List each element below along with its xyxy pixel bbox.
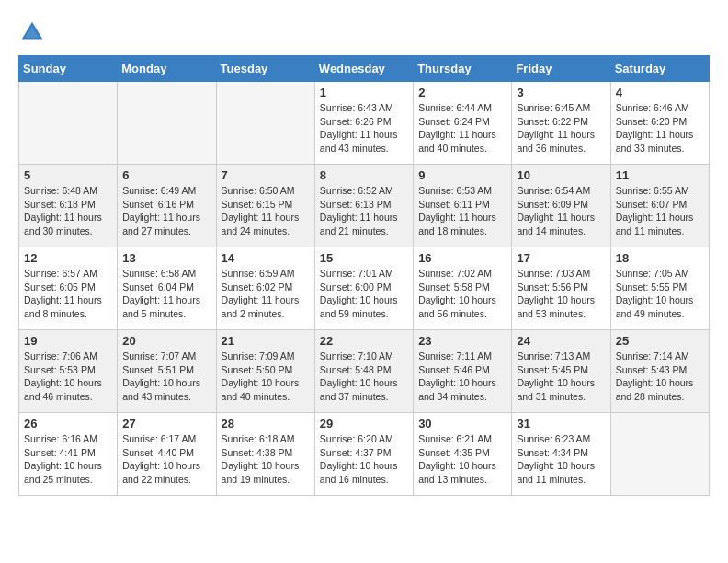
day-number: 25 xyxy=(616,334,704,348)
weekday-header-thursday: Thursday xyxy=(414,56,512,82)
calendar-day-cell xyxy=(118,82,216,165)
calendar-day-cell: 5Sunrise: 6:48 AM Sunset: 6:18 PM Daylig… xyxy=(19,165,118,247)
weekday-header-friday: Friday xyxy=(512,56,610,82)
day-number: 20 xyxy=(122,334,210,348)
day-info: Sunrise: 6:48 AM Sunset: 6:18 PM Dayligh… xyxy=(24,184,112,238)
weekday-header-sunday: Sunday xyxy=(19,56,118,82)
day-number: 11 xyxy=(616,168,704,182)
calendar-day-cell: 12Sunrise: 6:57 AM Sunset: 6:05 PM Dayli… xyxy=(19,247,118,330)
day-number: 26 xyxy=(24,417,112,431)
day-number: 1 xyxy=(320,86,408,99)
day-info: Sunrise: 6:57 AM Sunset: 6:05 PM Dayligh… xyxy=(24,267,112,321)
day-number: 17 xyxy=(517,251,605,265)
day-number: 23 xyxy=(418,334,506,348)
day-number: 28 xyxy=(222,417,310,431)
day-info: Sunrise: 6:21 AM Sunset: 4:35 PM Dayligh… xyxy=(418,432,506,487)
weekday-header-wednesday: Wednesday xyxy=(314,56,413,82)
day-info: Sunrise: 7:14 AM Sunset: 5:43 PM Dayligh… xyxy=(616,350,704,404)
day-info: Sunrise: 7:03 AM Sunset: 5:56 PM Dayligh… xyxy=(517,267,605,321)
calendar-day-cell: 6Sunrise: 6:49 AM Sunset: 6:16 PM Daylig… xyxy=(118,165,216,247)
day-number: 12 xyxy=(24,251,112,265)
weekday-header-row: SundayMondayTuesdayWednesdayThursdayFrid… xyxy=(19,56,710,82)
day-number: 22 xyxy=(320,334,408,348)
calendar-day-cell: 3Sunrise: 6:45 AM Sunset: 6:22 PM Daylig… xyxy=(512,82,610,165)
day-info: Sunrise: 7:09 AM Sunset: 5:50 PM Dayligh… xyxy=(222,350,310,404)
day-number: 21 xyxy=(222,334,310,348)
calendar-week-row: 1Sunrise: 6:43 AM Sunset: 6:26 PM Daylig… xyxy=(19,82,710,165)
day-info: Sunrise: 7:02 AM Sunset: 5:58 PM Dayligh… xyxy=(418,267,506,321)
calendar-day-cell: 9Sunrise: 6:53 AM Sunset: 6:11 PM Daylig… xyxy=(414,165,512,247)
day-number: 7 xyxy=(222,168,310,182)
day-info: Sunrise: 6:43 AM Sunset: 6:26 PM Dayligh… xyxy=(320,101,408,155)
day-info: Sunrise: 6:46 AM Sunset: 6:20 PM Dayligh… xyxy=(616,101,704,155)
day-info: Sunrise: 6:23 AM Sunset: 4:34 PM Dayligh… xyxy=(517,432,605,487)
day-number: 9 xyxy=(418,168,506,182)
calendar-day-cell: 16Sunrise: 7:02 AM Sunset: 5:58 PM Dayli… xyxy=(414,247,512,330)
day-number: 29 xyxy=(320,417,408,431)
day-number: 10 xyxy=(517,168,605,182)
day-info: Sunrise: 6:18 AM Sunset: 4:38 PM Dayligh… xyxy=(222,432,310,487)
calendar-day-cell: 29Sunrise: 6:20 AM Sunset: 4:37 PM Dayli… xyxy=(314,413,413,496)
day-number: 19 xyxy=(24,334,112,348)
day-number: 14 xyxy=(222,251,310,265)
day-number: 31 xyxy=(517,417,605,431)
calendar-day-cell: 27Sunrise: 6:17 AM Sunset: 4:40 PM Dayli… xyxy=(118,413,216,496)
day-number: 27 xyxy=(122,417,210,431)
day-info: Sunrise: 7:06 AM Sunset: 5:53 PM Dayligh… xyxy=(24,350,112,404)
day-info: Sunrise: 6:55 AM Sunset: 6:07 PM Dayligh… xyxy=(616,184,704,238)
calendar-day-cell xyxy=(216,82,314,165)
calendar-day-cell: 25Sunrise: 7:14 AM Sunset: 5:43 PM Dayli… xyxy=(610,330,709,413)
weekday-header-monday: Monday xyxy=(118,56,216,82)
calendar-day-cell: 17Sunrise: 7:03 AM Sunset: 5:56 PM Dayli… xyxy=(512,247,610,330)
calendar-day-cell: 2Sunrise: 6:44 AM Sunset: 6:24 PM Daylig… xyxy=(414,82,512,165)
day-number: 5 xyxy=(24,168,112,182)
day-info: Sunrise: 6:20 AM Sunset: 4:37 PM Dayligh… xyxy=(320,432,408,487)
calendar-day-cell: 1Sunrise: 6:43 AM Sunset: 6:26 PM Daylig… xyxy=(314,82,413,165)
day-info: Sunrise: 6:49 AM Sunset: 6:16 PM Dayligh… xyxy=(122,184,210,238)
day-info: Sunrise: 6:54 AM Sunset: 6:09 PM Dayligh… xyxy=(517,184,605,238)
day-info: Sunrise: 7:13 AM Sunset: 5:45 PM Dayligh… xyxy=(517,350,605,404)
calendar-day-cell: 19Sunrise: 7:06 AM Sunset: 5:53 PM Dayli… xyxy=(19,330,118,413)
calendar-day-cell: 26Sunrise: 6:16 AM Sunset: 4:41 PM Dayli… xyxy=(19,413,118,496)
day-number: 18 xyxy=(616,251,704,265)
day-number: 15 xyxy=(320,251,408,265)
calendar-week-row: 5Sunrise: 6:48 AM Sunset: 6:18 PM Daylig… xyxy=(19,165,710,247)
day-info: Sunrise: 6:53 AM Sunset: 6:11 PM Dayligh… xyxy=(418,184,506,238)
day-info: Sunrise: 6:45 AM Sunset: 6:22 PM Dayligh… xyxy=(517,101,605,155)
calendar-day-cell: 30Sunrise: 6:21 AM Sunset: 4:35 PM Dayli… xyxy=(414,413,512,496)
day-number: 3 xyxy=(517,86,605,99)
calendar-day-cell: 15Sunrise: 7:01 AM Sunset: 6:00 PM Dayli… xyxy=(314,247,413,330)
day-info: Sunrise: 6:17 AM Sunset: 4:40 PM Dayligh… xyxy=(122,432,210,487)
day-info: Sunrise: 6:16 AM Sunset: 4:41 PM Dayligh… xyxy=(24,432,112,487)
day-info: Sunrise: 7:10 AM Sunset: 5:48 PM Dayligh… xyxy=(320,350,408,404)
logo xyxy=(18,18,50,46)
calendar-day-cell: 28Sunrise: 6:18 AM Sunset: 4:38 PM Dayli… xyxy=(216,413,314,496)
day-info: Sunrise: 7:01 AM Sunset: 6:00 PM Dayligh… xyxy=(320,267,408,321)
calendar-day-cell: 20Sunrise: 7:07 AM Sunset: 5:51 PM Dayli… xyxy=(118,330,216,413)
calendar-day-cell: 13Sunrise: 6:58 AM Sunset: 6:04 PM Dayli… xyxy=(118,247,216,330)
day-number: 24 xyxy=(517,334,605,348)
day-number: 13 xyxy=(122,251,210,265)
day-info: Sunrise: 7:07 AM Sunset: 5:51 PM Dayligh… xyxy=(122,350,210,404)
day-info: Sunrise: 6:44 AM Sunset: 6:24 PM Dayligh… xyxy=(418,101,506,155)
day-number: 30 xyxy=(418,417,506,431)
day-number: 2 xyxy=(418,86,506,99)
calendar-week-row: 19Sunrise: 7:06 AM Sunset: 5:53 PM Dayli… xyxy=(19,330,710,413)
calendar-day-cell xyxy=(19,82,118,165)
day-info: Sunrise: 7:05 AM Sunset: 5:55 PM Dayligh… xyxy=(616,267,704,321)
logo-icon xyxy=(18,18,46,46)
calendar-day-cell: 11Sunrise: 6:55 AM Sunset: 6:07 PM Dayli… xyxy=(610,165,709,247)
day-info: Sunrise: 6:59 AM Sunset: 6:02 PM Dayligh… xyxy=(222,267,310,321)
day-info: Sunrise: 6:52 AM Sunset: 6:13 PM Dayligh… xyxy=(320,184,408,238)
day-info: Sunrise: 7:11 AM Sunset: 5:46 PM Dayligh… xyxy=(418,350,506,404)
calendar-table: SundayMondayTuesdayWednesdayThursdayFrid… xyxy=(18,55,710,496)
calendar-day-cell: 31Sunrise: 6:23 AM Sunset: 4:34 PM Dayli… xyxy=(512,413,610,496)
calendar-day-cell: 8Sunrise: 6:52 AM Sunset: 6:13 PM Daylig… xyxy=(314,165,413,247)
calendar-day-cell: 10Sunrise: 6:54 AM Sunset: 6:09 PM Dayli… xyxy=(512,165,610,247)
day-number: 6 xyxy=(122,168,210,182)
weekday-header-saturday: Saturday xyxy=(610,56,709,82)
calendar-day-cell: 23Sunrise: 7:11 AM Sunset: 5:46 PM Dayli… xyxy=(414,330,512,413)
calendar-day-cell: 21Sunrise: 7:09 AM Sunset: 5:50 PM Dayli… xyxy=(216,330,314,413)
day-info: Sunrise: 6:50 AM Sunset: 6:15 PM Dayligh… xyxy=(222,184,310,238)
calendar-day-cell: 14Sunrise: 6:59 AM Sunset: 6:02 PM Dayli… xyxy=(216,247,314,330)
